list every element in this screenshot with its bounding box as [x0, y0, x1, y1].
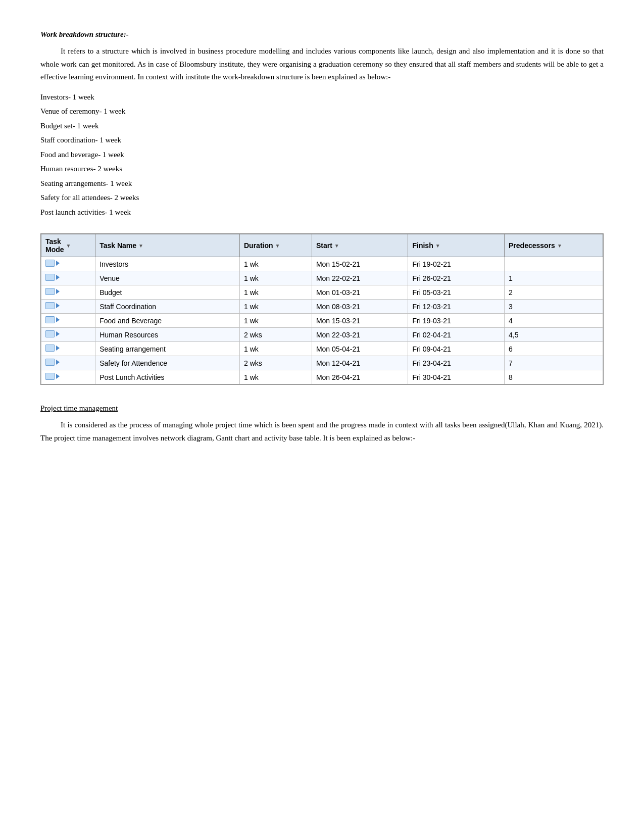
cell-task-mode: [41, 342, 95, 356]
table-row: Human Resources2 wksMon 22-03-21Fri 02-0…: [41, 328, 603, 342]
task-mode-icon: [45, 316, 60, 323]
col-start-label: Start: [316, 241, 332, 250]
task-mode-icon: [45, 274, 60, 281]
cell-task-mode: [41, 328, 95, 342]
task-icon-arrow: [56, 261, 60, 266]
list-item: Human resources- 2 weeks: [40, 162, 604, 176]
cell-task-mode: [41, 370, 95, 384]
task-mode-icon: [45, 288, 60, 295]
task-icon-arrow: [56, 346, 60, 351]
cell-task-mode: [41, 271, 95, 285]
table-row: Food and Beverage1 wkMon 15-03-21Fri 19-…: [41, 314, 603, 328]
cell-finish: Fri 23-04-21: [408, 356, 505, 370]
task-icon-arrow: [56, 374, 60, 379]
cell-task-name: Human Resources: [95, 328, 240, 342]
task-mode-icon: [45, 345, 60, 352]
col-header-start[interactable]: Start ▼: [312, 234, 408, 257]
cell-predecessors: 3: [505, 300, 603, 314]
table-row: Safety for Attendence2 wksMon 12-04-21Fr…: [41, 356, 603, 370]
cell-start: Mon 26-04-21: [312, 370, 408, 384]
table-row: Investors1 wkMon 15-02-21Fri 19-02-21: [41, 257, 603, 271]
task-icon-arrow: [56, 289, 60, 294]
cell-finish: Fri 02-04-21: [408, 328, 505, 342]
project-time-paragraph: It is considered as the process of manag…: [40, 419, 604, 445]
cell-start: Mon 01-03-21: [312, 285, 408, 300]
col-predecessors-label: Predecessors: [509, 241, 555, 250]
task-table: TaskMode ▼ Task Name ▼ Duration ▼: [41, 234, 603, 384]
cell-predecessors: 4: [505, 314, 603, 328]
cell-start: Mon 22-03-21: [312, 328, 408, 342]
col-header-predecessors[interactable]: Predecessors ▼: [505, 234, 603, 257]
intro-paragraph: It refers to a structure which is involv…: [40, 45, 604, 84]
task-icon-arrow: [56, 360, 60, 365]
cell-finish: Fri 12-03-21: [408, 300, 505, 314]
sort-arrow-task-name[interactable]: ▼: [138, 243, 143, 249]
col-task-name-label: Task Name: [100, 241, 136, 250]
task-mode-icon: [45, 302, 60, 309]
cell-start: Mon 08-03-21: [312, 300, 408, 314]
table-row: Venue1 wkMon 22-02-21Fri 26-02-211: [41, 271, 603, 285]
task-table-container: TaskMode ▼ Task Name ▼ Duration ▼: [40, 233, 604, 385]
cell-finish: Fri 19-02-21: [408, 257, 505, 271]
col-duration-label: Duration: [244, 241, 273, 250]
cell-duration: 1 wk: [239, 300, 312, 314]
task-icon-box: [45, 330, 55, 337]
col-task-mode-label: TaskMode: [45, 237, 64, 254]
cell-duration: 1 wk: [239, 370, 312, 384]
table-row: Seating arrangement1 wkMon 05-04-21Fri 0…: [41, 342, 603, 356]
task-icon-box: [45, 345, 55, 352]
cell-predecessors: 4,5: [505, 328, 603, 342]
cell-start: Mon 05-04-21: [312, 342, 408, 356]
task-mode-icon: [45, 359, 60, 366]
cell-task-name: Post Lunch Activities: [95, 370, 240, 384]
list-item: Food and beverage- 1 week: [40, 148, 604, 162]
cell-duration: 1 wk: [239, 271, 312, 285]
cell-predecessors: 2: [505, 285, 603, 300]
cell-finish: Fri 05-03-21: [408, 285, 505, 300]
cell-predecessors: [505, 257, 603, 271]
cell-predecessors: 6: [505, 342, 603, 356]
task-mode-icon: [45, 330, 60, 337]
cell-task-name: Staff Coordination: [95, 300, 240, 314]
cell-duration: 1 wk: [239, 285, 312, 300]
cell-task-name: Food and Beverage: [95, 314, 240, 328]
task-icon-box: [45, 373, 55, 380]
task-icon-box: [45, 302, 55, 309]
table-row: Staff Coordination1 wkMon 08-03-21Fri 12…: [41, 300, 603, 314]
list-item: Staff coordination- 1 week: [40, 133, 604, 148]
cell-task-name: Seating arrangement: [95, 342, 240, 356]
task-icon-arrow: [56, 275, 60, 280]
task-icon-arrow: [56, 303, 60, 308]
table-header-row: TaskMode ▼ Task Name ▼ Duration ▼: [41, 234, 603, 257]
sort-arrow-duration[interactable]: ▼: [275, 243, 280, 249]
col-header-task-mode[interactable]: TaskMode ▼: [41, 234, 95, 257]
cell-task-name: Venue: [95, 271, 240, 285]
cell-predecessors: 8: [505, 370, 603, 384]
cell-task-name: Safety for Attendence: [95, 356, 240, 370]
col-header-task-name[interactable]: Task Name ▼: [95, 234, 240, 257]
cell-duration: 1 wk: [239, 257, 312, 271]
cell-finish: Fri 26-02-21: [408, 271, 505, 285]
task-icon-box: [45, 274, 55, 281]
list-item: Venue of ceremony- 1 week: [40, 104, 604, 119]
col-header-finish[interactable]: Finish ▼: [408, 234, 505, 257]
cell-start: Mon 15-02-21: [312, 257, 408, 271]
list-item: Seating arrangements- 1 week: [40, 176, 604, 191]
cell-duration: 1 wk: [239, 314, 312, 328]
sort-arrow-task-mode[interactable]: ▼: [66, 243, 71, 249]
sort-arrow-predecessors[interactable]: ▼: [557, 243, 562, 249]
list-item: Safety for all attendees- 2 weeks: [40, 190, 604, 205]
cell-duration: 2 wks: [239, 328, 312, 342]
cell-start: Mon 22-02-21: [312, 271, 408, 285]
list-item: Investors- 1 week: [40, 90, 604, 105]
list-item: Budget set- 1 week: [40, 119, 604, 133]
col-header-duration[interactable]: Duration ▼: [239, 234, 312, 257]
sort-arrow-start[interactable]: ▼: [334, 243, 339, 249]
sort-arrow-finish[interactable]: ▼: [435, 243, 440, 249]
cell-task-mode: [41, 257, 95, 271]
task-mode-icon: [45, 373, 60, 380]
task-icon-box: [45, 288, 55, 295]
task-icon-arrow: [56, 331, 60, 336]
table-row: Post Lunch Activities1 wkMon 26-04-21Fri…: [41, 370, 603, 384]
cell-finish: Fri 09-04-21: [408, 342, 505, 356]
